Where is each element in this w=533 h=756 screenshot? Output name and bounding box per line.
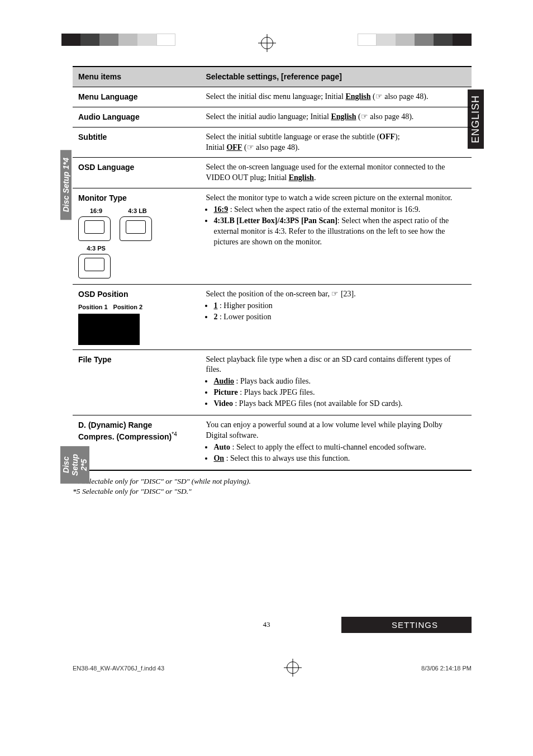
monitor-type-title: Monitor Type [78,193,194,204]
d-range-title-l2: Compres. (Compression)*4 [78,431,194,442]
text: : Plays back MPEG files (not available f… [233,399,403,408]
text: Select the monitor type to watch a wide … [206,193,452,202]
text: Auto [213,443,230,451]
group-label-disc-setup-2: Disc Setup 2*5 [60,446,89,484]
row-file-type: File Type Select playback file type when… [73,349,472,415]
content-area: Disc Setup 1*4 Disc Setup 2*5 Menu items… [73,66,472,471]
text: (☞ also page 48). [356,112,414,121]
menu-language-title: Menu Language [73,87,200,107]
text: ); [395,133,400,141]
print-file-name: EN38-48_KW-AVX706J_f.indd 43 [73,665,164,677]
text: OFF [226,143,242,152]
print-metadata: EN38-48_KW-AVX706J_f.indd 43 8/3/06 2:14… [73,665,472,677]
text: : Higher position [217,301,272,310]
label-position-1: Position 1 [78,303,108,311]
label-4-3-ps: 4:3 PS [78,244,114,253]
table-header-row: Menu items Selectable settings, [referen… [73,67,472,87]
osd-position-desc: Select the position of the on-screen bar… [200,284,472,349]
monitor-type-desc: Select the monitor type to watch a wide … [200,188,472,285]
subtitle-desc: Select the initial subtitle language or … [200,127,472,158]
text: Compres. (Compression) [78,432,172,441]
osd-position-title: OSD Position [78,289,194,300]
file-type-desc: Select playback file type when a disc or… [200,349,472,415]
row-monitor-type: Monitor Type 16:9 4:3 LB [73,188,472,285]
text: Select the initial disc menu language; I… [206,92,345,101]
osd-language-desc: Select the on-screen language used for t… [200,158,472,188]
text: 16:9 [213,205,228,214]
label-16-9: 16:9 [78,207,114,215]
header-selectable-settings: Selectable settings, [reference page] [200,67,472,87]
group-label-disc-setup-1: Disc Setup 1*4 [60,150,72,220]
registration-mark-icon [261,37,273,49]
footnotes: *4 Selectable only for "DISC" or "SD" (w… [73,476,472,498]
text: English [289,173,314,182]
row-osd-position: OSD Position Position 1 Position 2 Selec… [73,284,472,349]
osd-language-title: OSD Language [73,158,200,188]
text: : Plays back JPEG files. [238,388,315,396]
text: English [331,112,356,121]
text: (☞ also page 48). [242,143,299,152]
d-range-title-l1: D. (Dynamic) Range [78,420,194,431]
label-4-3-lb: 4:3 LB [120,207,155,215]
text: Select playback file type when a disc or… [206,355,450,374]
d-range-title-cell: D. (Dynamic) Range Compres. (Compression… [73,415,200,470]
row-d-range: D. (Dynamic) Range Compres. (Compression… [73,415,472,470]
row-osd-language: OSD Language Select the on-screen langua… [73,158,472,188]
osd-position-diagram: Position 1 Position 2 [78,303,194,345]
text: Video [213,399,232,408]
monitor-type-diagram: 16:9 4:3 LB 4:3 PS [78,207,194,280]
text: Initial [206,143,226,152]
page: ENGLISH Disc Setup 1*4 Disc Setup 2*5 Me… [0,0,533,677]
text: On [213,454,224,462]
color-blocks-left [61,34,175,46]
tv-icon [78,254,111,278]
text: English [345,92,370,101]
text: : Select to apply the effect to multi-ch… [230,443,426,451]
tv-icon [78,216,111,241]
footnote-4: *4 Selectable only for "DISC" or "SD" (w… [73,476,472,487]
text: : Plays back audio files. [234,377,311,385]
registration-mark-icon [287,662,299,674]
text: *4 [172,431,177,437]
text: Picture [213,388,237,396]
text: OFF [379,133,395,141]
section-label-settings: SETTINGS [341,617,472,633]
text: Audio [213,377,234,385]
osd-position-title-cell: OSD Position Position 1 Position 2 [73,284,200,349]
header-menu-items: Menu items [73,67,200,87]
text: Select the initial subtitle language or … [206,133,379,141]
d-range-desc: You can enjoy a powerful sound at a low … [200,415,472,470]
text: : Select this to always use this functio… [224,454,350,462]
page-footer: 43 SETTINGS [0,620,533,648]
osd-preview-icon [78,314,140,345]
text: (☞ also page 48). [371,92,429,101]
audio-language-desc: Select the initial audio language; Initi… [200,107,472,127]
text: You can enjoy a powerful sound at a low … [206,420,442,440]
text: Select the position of the on-screen bar… [206,290,355,298]
text: . [314,173,316,182]
text: : Lower position [217,313,271,321]
label-position-2: Position 2 [113,303,143,311]
subtitle-title: Subtitle [73,127,200,158]
monitor-type-title-cell: Monitor Type 16:9 4:3 LB [73,188,200,285]
tv-icon [120,216,152,241]
audio-language-title: Audio Language [73,107,200,127]
row-menu-language: Menu Language Select the initial disc me… [73,87,472,107]
row-subtitle: Subtitle Select the initial subtitle lan… [73,127,472,158]
row-audio-language: Audio Language Select the initial audio … [73,107,472,127]
footnote-5: *5 Selectable only for "DISC" or "SD." [73,486,472,497]
settings-table: Menu items Selectable settings, [referen… [73,66,472,471]
print-timestamp: 8/3/06 2:14:18 PM [421,665,472,677]
text: 4:3LB [Letter Box]/4:3PS [Pan Scan] [213,216,337,225]
file-type-title: File Type [73,349,200,415]
text: Select the initial audio language; Initi… [206,112,331,121]
text: : Select when the aspect ratio of the ex… [228,205,420,214]
color-blocks-right [358,34,472,46]
menu-language-desc: Select the initial disc menu language; I… [200,87,472,107]
text: Select the on-screen language used for t… [206,163,445,182]
